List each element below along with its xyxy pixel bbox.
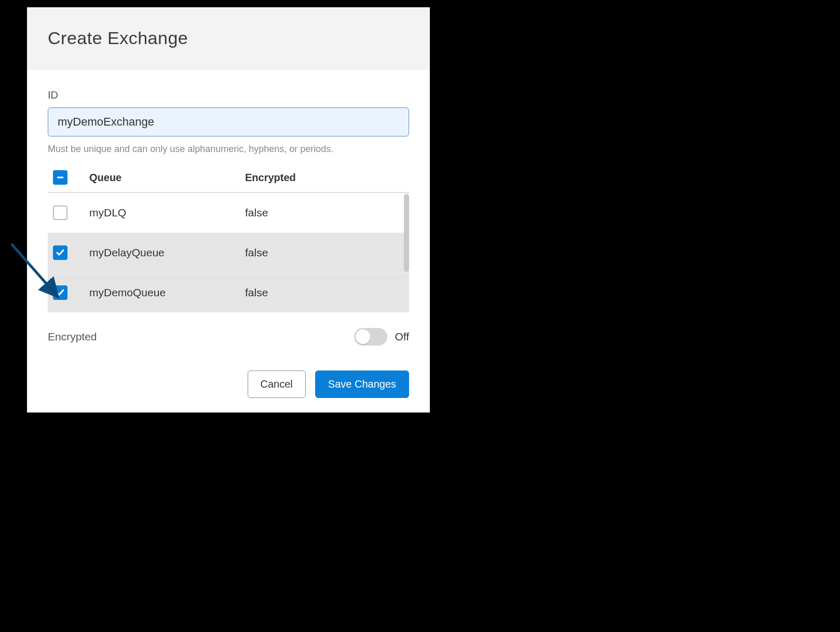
table-row[interactable]: myDemoQueue false (48, 273, 409, 312)
encrypted-toggle-state: Off (395, 331, 409, 343)
id-field-label: ID (48, 89, 409, 101)
dialog-title: Create Exchange (48, 28, 409, 48)
check-icon (56, 248, 65, 257)
row-checkbox[interactable] (53, 205, 67, 220)
row-checkbox[interactable] (53, 245, 67, 260)
minus-icon (56, 173, 64, 182)
table-body: myDLQ false myDelayQueue false (48, 192, 409, 312)
queue-table: Queue Encrypted myDLQ false (48, 166, 409, 312)
id-helper-text: Must be unique and can only use alphanum… (48, 144, 409, 155)
table-row[interactable]: myDLQ false (48, 193, 409, 233)
cancel-button[interactable]: Cancel (248, 370, 306, 398)
check-icon (56, 288, 65, 297)
table-header-row: Queue Encrypted (48, 166, 409, 192)
column-header-queue: Queue (89, 172, 245, 184)
save-button[interactable]: Save Changes (315, 370, 409, 398)
encrypted-toggle-label: Encrypted (48, 331, 97, 343)
scrollbar-thumb[interactable] (404, 194, 409, 272)
encrypted-toggle-row: Encrypted Off (48, 328, 409, 346)
queue-encrypted-value: false (245, 246, 404, 259)
svg-rect-0 (57, 177, 63, 178)
dialog-footer: Cancel Save Changes (48, 370, 409, 398)
column-header-encrypted: Encrypted (245, 172, 404, 184)
id-input[interactable] (48, 107, 409, 136)
row-checkbox[interactable] (53, 285, 67, 300)
create-exchange-dialog: Create Exchange ID Must be unique and ca… (27, 7, 430, 413)
select-all-checkbox[interactable] (53, 170, 67, 185)
dialog-body: ID Must be unique and can only use alpha… (27, 70, 430, 413)
queue-name: myDelayQueue (89, 246, 245, 259)
queue-name: myDemoQueue (89, 286, 245, 299)
queue-encrypted-value: false (245, 207, 404, 219)
encrypted-toggle[interactable] (354, 328, 387, 346)
queue-name: myDLQ (89, 207, 245, 219)
table-row[interactable]: myDelayQueue false (48, 233, 409, 273)
dialog-header: Create Exchange (27, 7, 430, 70)
queue-encrypted-value: false (245, 286, 404, 299)
toggle-knob (356, 329, 370, 344)
